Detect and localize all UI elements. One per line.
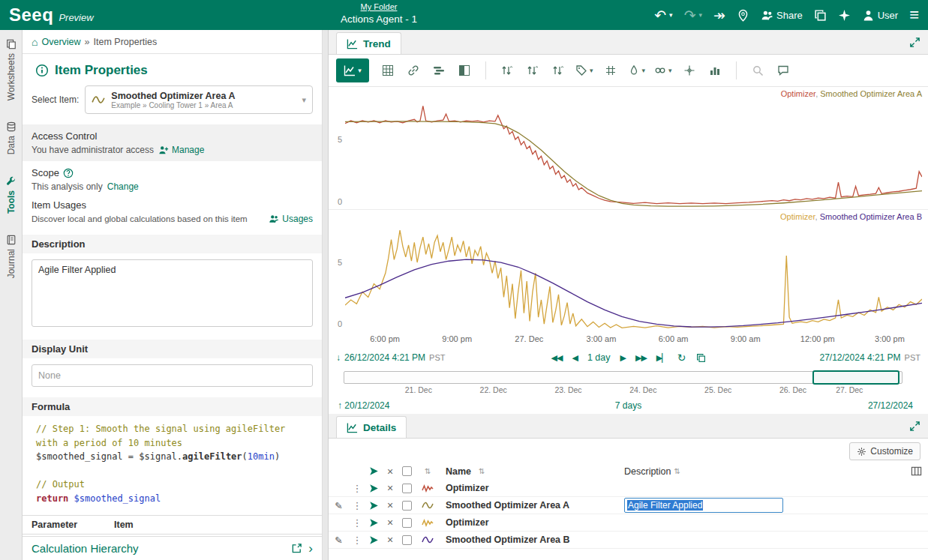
zoom-button[interactable] bbox=[746, 58, 769, 82]
remove-item-icon[interactable]: × bbox=[383, 480, 398, 496]
item-description-cell[interactable] bbox=[624, 532, 922, 548]
sort-type-icon[interactable]: ⇅ bbox=[425, 467, 431, 475]
row-checkbox[interactable] bbox=[398, 480, 416, 496]
remove-item-icon[interactable]: × bbox=[383, 497, 398, 514]
step-back-button[interactable]: ◀ bbox=[572, 353, 577, 363]
row-menu-icon[interactable]: ⋮ bbox=[350, 514, 365, 531]
capsule-grouping-button[interactable]: ▾ bbox=[651, 58, 675, 82]
remove-item-icon[interactable]: × bbox=[383, 514, 398, 531]
edit-description-icon[interactable]: ✎ bbox=[335, 535, 342, 546]
capsule-time-button[interactable] bbox=[428, 58, 450, 82]
chart-lane-2[interactable]: Optimizer, Smoothed Optimizer Area B 05 bbox=[329, 209, 928, 331]
item-description-cell[interactable]: Agile Filter Applied bbox=[624, 497, 922, 514]
select-all-checkbox[interactable] bbox=[398, 463, 416, 480]
user-menu-button[interactable]: User bbox=[862, 9, 898, 22]
display-mode-button[interactable]: ▾ bbox=[336, 58, 369, 82]
trend-chart-area[interactable]: Optimizer, Smoothed Optimizer Area A 05 … bbox=[329, 87, 928, 348]
breadcrumb-overview-link[interactable]: Overview bbox=[41, 37, 80, 47]
sidebar-item-data[interactable]: Data bbox=[6, 121, 17, 154]
description-column-header[interactable]: Description⇅ bbox=[624, 463, 902, 480]
undo-caret-icon[interactable]: ▾ bbox=[669, 12, 673, 19]
panel-splitter[interactable] bbox=[323, 30, 329, 560]
question-icon[interactable] bbox=[63, 168, 74, 178]
table-view-button[interactable] bbox=[377, 58, 399, 82]
navigate-to-item-icon[interactable] bbox=[365, 497, 383, 514]
caret-down-icon[interactable]: ▾ bbox=[590, 67, 593, 74]
restore-arrow-icon[interactable]: ↠ bbox=[713, 8, 725, 22]
redo-caret-icon[interactable]: ▾ bbox=[699, 12, 703, 19]
sidebar-item-tools[interactable]: Tools bbox=[6, 176, 17, 214]
table-row[interactable]: ⋮×Optimizer bbox=[329, 514, 928, 532]
duration-label[interactable]: 1 day bbox=[587, 352, 611, 363]
item-name[interactable]: Optimizer bbox=[446, 514, 624, 531]
cursors-button[interactable] bbox=[678, 58, 701, 82]
timezone-label[interactable]: PST bbox=[429, 353, 445, 362]
ai-assistant-icon[interactable] bbox=[838, 9, 851, 22]
navigate-to-item-icon[interactable] bbox=[365, 532, 383, 548]
remove-item-icon[interactable]: × bbox=[383, 532, 398, 548]
single-lane-button[interactable] bbox=[547, 58, 569, 82]
sidebar-item-worksheets[interactable]: Worksheets bbox=[6, 39, 17, 100]
caret-down-icon[interactable]: ▾ bbox=[642, 67, 646, 74]
display-range-end[interactable]: 27/12/2024 4:21 PM bbox=[820, 352, 901, 363]
table-row[interactable]: ✎⋮×Smoothed Optimizer Area B bbox=[329, 532, 928, 549]
sort-description-icon[interactable]: ⇅ bbox=[674, 467, 680, 475]
seeq-logo[interactable]: Seeq Preview bbox=[9, 4, 94, 25]
chart-lane-1[interactable]: Optimizer, Smoothed Optimizer Area A 05 bbox=[329, 87, 928, 209]
display-range-start[interactable]: 26/12/2024 4:21 PM bbox=[344, 352, 425, 363]
item-description-cell[interactable] bbox=[624, 514, 922, 531]
step-forward-fast-button[interactable]: ▶▶ bbox=[635, 353, 647, 363]
chart-settings-button[interactable] bbox=[704, 58, 726, 82]
description-input[interactable]: Agile Filter Applied bbox=[624, 498, 783, 513]
row-menu-icon[interactable]: ⋮ bbox=[350, 532, 365, 548]
chain-view-button[interactable] bbox=[402, 58, 425, 82]
formula-code[interactable]: // Step 1: Smooth the signal using agile… bbox=[23, 416, 322, 512]
description-textarea[interactable]: Agile Filter Applied bbox=[32, 259, 313, 327]
annotate-button[interactable] bbox=[772, 58, 794, 82]
table-row[interactable]: ⋮×Optimizer bbox=[329, 480, 928, 497]
step-forward-button[interactable]: ▶ bbox=[620, 353, 625, 363]
separate-lanes-button[interactable] bbox=[496, 58, 518, 82]
investigate-start[interactable]: 20/12/2024 bbox=[344, 400, 389, 411]
display-unit-input[interactable] bbox=[32, 364, 313, 387]
tab-details[interactable]: Details bbox=[336, 416, 407, 438]
usages-link[interactable]: Usages bbox=[269, 214, 313, 224]
row-checkbox[interactable] bbox=[398, 532, 416, 548]
timebar-resize-icon[interactable] bbox=[908, 373, 920, 384]
edit-description-icon[interactable]: ✎ bbox=[335, 500, 342, 511]
navigate-to-item-icon[interactable] bbox=[365, 514, 383, 531]
separate-axes-button[interactable] bbox=[521, 58, 544, 82]
name-column-header[interactable]: Name⇅ bbox=[446, 463, 624, 480]
gridlines-button[interactable] bbox=[599, 58, 622, 82]
redo-button[interactable]: ↷▾ bbox=[684, 8, 702, 22]
auto-update-icon[interactable]: ↻ bbox=[677, 352, 686, 364]
caret-down-icon[interactable]: ▾ bbox=[668, 67, 672, 74]
external-link-icon[interactable] bbox=[291, 543, 302, 554]
item-name[interactable]: Smoothed Optimizer Area B bbox=[446, 532, 624, 548]
row-checkbox[interactable] bbox=[398, 497, 416, 514]
step-to-end-button[interactable]: ▶▏ bbox=[656, 353, 668, 363]
chevron-right-icon[interactable]: › bbox=[308, 542, 313, 555]
row-checkbox[interactable] bbox=[398, 514, 416, 531]
change-scope-link[interactable]: Change bbox=[107, 181, 139, 192]
timebar-track[interactable] bbox=[344, 371, 902, 384]
timezone-label[interactable]: PST bbox=[905, 353, 920, 362]
item-name[interactable]: Optimizer bbox=[446, 480, 624, 496]
document-title[interactable]: Actions Agent - 1 bbox=[341, 13, 417, 25]
navigate-column-icon[interactable] bbox=[365, 463, 383, 480]
table-row[interactable]: ✎⋮×Smoothed Optimizer Area AAgile Filter… bbox=[329, 497, 928, 514]
samples-display-button[interactable]: ▾ bbox=[625, 58, 649, 82]
caret-down-icon[interactable]: ▾ bbox=[358, 67, 362, 74]
sort-name-icon[interactable]: ⇅ bbox=[479, 467, 485, 475]
step-back-fast-button[interactable]: ◀◀ bbox=[551, 353, 562, 363]
investigate-duration[interactable]: 7 days bbox=[615, 400, 641, 411]
copy-range-icon[interactable] bbox=[696, 352, 706, 363]
item-name[interactable]: Smoothed Optimizer Area A bbox=[446, 497, 624, 514]
expand-details-icon[interactable] bbox=[909, 420, 920, 431]
labels-button[interactable]: ▾ bbox=[572, 58, 596, 82]
navigate-to-item-icon[interactable] bbox=[365, 480, 383, 496]
manage-access-link[interactable]: Manage bbox=[158, 145, 204, 155]
calculation-hierarchy-button[interactable]: Calculation Hierarchy › bbox=[23, 536, 322, 560]
hamburger-menu-icon[interactable]: ≡ bbox=[909, 7, 919, 23]
location-pin-icon[interactable] bbox=[737, 9, 749, 22]
